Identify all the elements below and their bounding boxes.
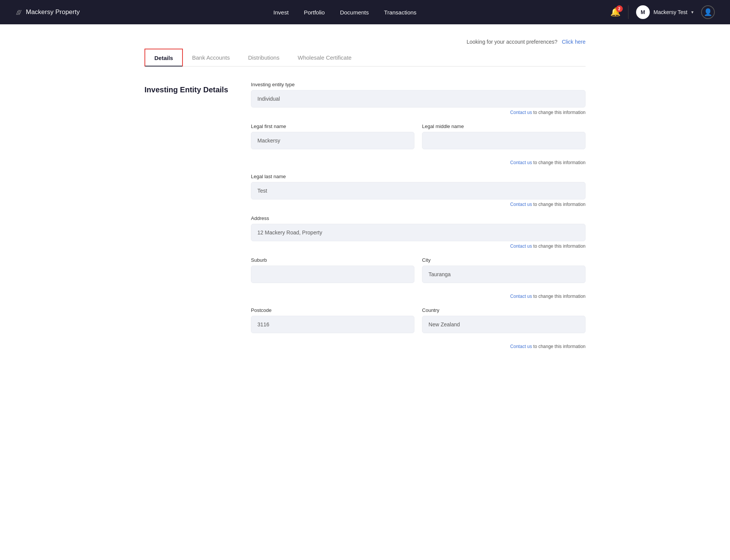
last-name-contact-text: to change this information xyxy=(533,202,586,207)
suburb-city-contact-text: to change this information xyxy=(533,294,586,299)
address-input[interactable] xyxy=(251,224,586,241)
postcode-country-contact-link[interactable]: Contact us xyxy=(510,344,532,349)
suburb-city-row: Suburb City xyxy=(251,257,586,291)
suburb-input[interactable] xyxy=(251,266,414,283)
navbar: ⫻ Mackersy Property Invest Portfolio Doc… xyxy=(0,0,730,24)
last-name-group: Legal last name Contact us to change thi… xyxy=(251,174,586,207)
user-menu[interactable]: M Mackersy Test ▾ xyxy=(636,5,694,19)
postcode-country-contact-note: Contact us to change this information xyxy=(251,344,586,349)
suburb-group: Suburb xyxy=(251,257,414,283)
form-fields: Investing entity type Contact us to chan… xyxy=(251,82,586,349)
suburb-label: Suburb xyxy=(251,257,414,263)
profile-icon[interactable]: 👤 xyxy=(701,5,715,19)
entity-type-contact-text: to change this information xyxy=(533,110,586,115)
middle-name-label: Legal middle name xyxy=(422,123,586,129)
account-pref-text: Looking for your account preferences? xyxy=(467,39,557,45)
country-label: Country xyxy=(422,307,586,313)
navbar-right: 🔔 2 M Mackersy Test ▾ 👤 xyxy=(610,5,715,19)
address-label: Address xyxy=(251,215,586,221)
address-contact-text: to change this information xyxy=(533,244,586,249)
names-contact-link[interactable]: Contact us xyxy=(510,160,532,165)
brand-icon: ⫻ xyxy=(15,8,22,17)
last-name-input[interactable] xyxy=(251,182,586,199)
brand-name: Mackersy Property xyxy=(26,8,80,16)
last-name-contact-link[interactable]: Contact us xyxy=(510,202,532,207)
first-name-group: Legal first name xyxy=(251,123,414,149)
nav-invest[interactable]: Invest xyxy=(273,9,289,16)
chevron-down-icon: ▾ xyxy=(691,9,694,15)
address-contact-link[interactable]: Contact us xyxy=(510,244,532,249)
postcode-input[interactable] xyxy=(251,316,414,333)
names-contact-note: Contact us to change this information xyxy=(251,160,586,165)
postcode-label: Postcode xyxy=(251,307,414,313)
city-group: City xyxy=(422,257,586,283)
last-name-label: Legal last name xyxy=(251,174,586,179)
nav-links: Invest Portfolio Documents Transactions xyxy=(273,9,416,16)
brand: ⫻ Mackersy Property xyxy=(15,8,80,17)
postcode-country-row: Postcode Country xyxy=(251,307,586,342)
notifications-bell[interactable]: 🔔 2 xyxy=(610,7,620,17)
avatar: M xyxy=(636,5,650,19)
tab-bank-accounts[interactable]: Bank Accounts xyxy=(183,49,239,66)
nav-transactions[interactable]: Transactions xyxy=(384,9,416,16)
main-content: Looking for your account preferences? Cl… xyxy=(129,24,601,364)
tab-details[interactable]: Details xyxy=(144,49,183,66)
last-name-contact-note: Contact us to change this information xyxy=(251,202,586,207)
tab-wholesale-certificate[interactable]: Wholesale Certificate xyxy=(289,49,361,66)
postcode-group: Postcode xyxy=(251,307,414,333)
entity-type-contact-link[interactable]: Contact us xyxy=(510,110,532,115)
city-label: City xyxy=(422,257,586,263)
country-group: Country xyxy=(422,307,586,333)
first-name-input[interactable] xyxy=(251,132,414,149)
tabs-container: Details Bank Accounts Distributions Whol… xyxy=(144,49,586,66)
middle-name-group: Legal middle name xyxy=(422,123,586,149)
city-input[interactable] xyxy=(422,266,586,283)
form-section-title: Investing Entity Details xyxy=(144,82,228,349)
navbar-divider xyxy=(628,5,628,19)
tab-distributions[interactable]: Distributions xyxy=(239,49,289,66)
name-row: Legal first name Legal middle name xyxy=(251,123,586,158)
section-heading: Investing Entity Details xyxy=(144,85,228,94)
form-section: Investing Entity Details Investing entit… xyxy=(144,82,586,349)
middle-name-input[interactable] xyxy=(422,132,586,149)
entity-type-contact-note: Contact us to change this information xyxy=(251,110,586,115)
country-input[interactable] xyxy=(422,316,586,333)
suburb-city-contact-note: Contact us to change this information xyxy=(251,294,586,299)
postcode-country-contact-text: to change this information xyxy=(533,344,586,349)
notification-badge: 2 xyxy=(616,5,623,12)
suburb-city-contact-link[interactable]: Contact us xyxy=(510,294,532,299)
person-icon: 👤 xyxy=(704,8,712,16)
address-group: Address Contact us to change this inform… xyxy=(251,215,586,249)
entity-type-label: Investing entity type xyxy=(251,82,586,87)
account-pref-bar: Looking for your account preferences? Cl… xyxy=(144,32,586,49)
account-pref-link[interactable]: Click here xyxy=(562,39,586,45)
nav-portfolio[interactable]: Portfolio xyxy=(304,9,325,16)
entity-type-input[interactable] xyxy=(251,90,586,108)
address-contact-note: Contact us to change this information xyxy=(251,244,586,249)
nav-documents[interactable]: Documents xyxy=(340,9,369,16)
names-contact-text: to change this information xyxy=(533,160,586,165)
user-name: Mackersy Test xyxy=(654,9,687,15)
entity-type-group: Investing entity type Contact us to chan… xyxy=(251,82,586,115)
first-name-label: Legal first name xyxy=(251,123,414,129)
